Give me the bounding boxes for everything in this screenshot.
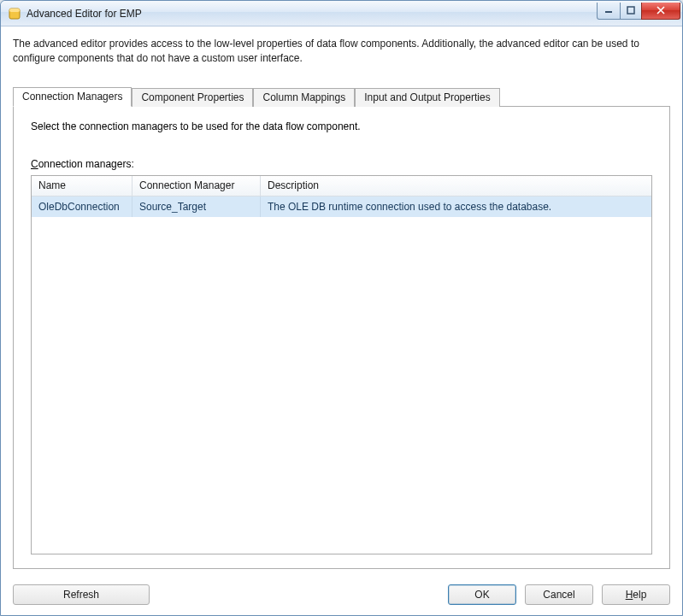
help-rest: elp: [633, 589, 646, 601]
cancel-button[interactable]: Cancel: [525, 584, 593, 605]
titlebar[interactable]: Advanced Editor for EMP: [1, 1, 682, 26]
maximize-button[interactable]: [620, 3, 642, 20]
dialog-window: Advanced Editor for EMP The advanced edi…: [0, 0, 683, 616]
cell-description: The OLE DB runtime connection used to ac…: [261, 197, 651, 217]
svg-rect-1: [9, 9, 20, 12]
connection-managers-label: Connection managers:: [31, 158, 652, 170]
tab-strip: Connection Managers Component Properties…: [13, 86, 670, 106]
svg-rect-3: [627, 7, 634, 14]
minimize-button[interactable]: [597, 3, 621, 20]
tab-column-mappings[interactable]: Column Mappings: [253, 88, 355, 107]
client-area: The advanced editor provides access to t…: [1, 26, 682, 615]
help-button[interactable]: Help: [602, 584, 670, 605]
tab-component-properties[interactable]: Component Properties: [132, 88, 253, 107]
tab-input-output-properties[interactable]: Input and Output Properties: [355, 88, 499, 107]
col-header-name[interactable]: Name: [32, 176, 132, 196]
tab-panel: Select the connection managers to be use…: [13, 106, 670, 569]
table-row[interactable]: OleDbConnection Source_Target The OLE DB…: [32, 197, 651, 217]
close-button[interactable]: [641, 3, 680, 20]
panel-instruction: Select the connection managers to be use…: [31, 120, 652, 132]
connection-managers-grid[interactable]: Name Connection Manager Description OleD…: [31, 175, 652, 554]
window-controls: [598, 3, 680, 20]
cm-label-rest: onnection managers:: [38, 158, 134, 170]
svg-rect-2: [605, 11, 612, 13]
button-bar: Refresh OK Cancel Help: [13, 583, 670, 607]
col-header-description[interactable]: Description: [261, 176, 549, 196]
window-title: Advanced Editor for EMP: [26, 8, 598, 20]
cell-name: OleDbConnection: [32, 197, 132, 217]
intro-text: The advanced editor provides access to t…: [13, 37, 670, 66]
grid-header: Name Connection Manager Description: [32, 176, 651, 197]
refresh-button[interactable]: Refresh: [13, 584, 150, 605]
cell-connection-manager[interactable]: Source_Target: [132, 197, 261, 217]
ok-button[interactable]: OK: [448, 584, 516, 605]
tab-connection-managers[interactable]: Connection Managers: [13, 87, 132, 107]
app-icon: [8, 7, 21, 21]
col-header-connection-manager[interactable]: Connection Manager: [132, 176, 261, 196]
cm-label-mnemonic: C: [31, 158, 38, 170]
